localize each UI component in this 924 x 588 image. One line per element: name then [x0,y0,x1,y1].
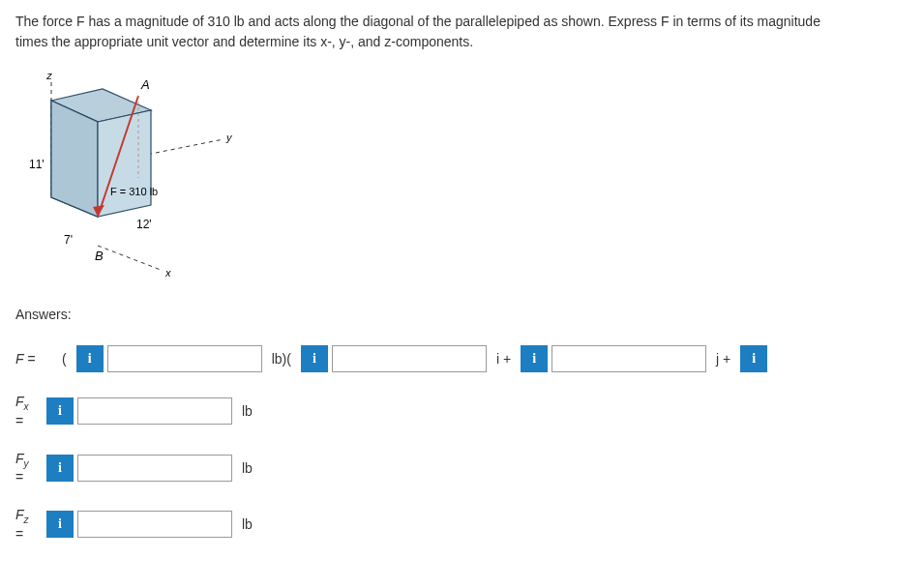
info-icon[interactable]: i [46,455,74,482]
y-axis-label: y [225,132,233,143]
info-icon[interactable]: i [521,345,548,372]
svg-marker-9 [98,110,151,217]
label-Fz: Fz = [15,507,43,543]
input-F-i[interactable] [332,345,487,372]
row-F: F = ( i lb)( i i + i j + i [15,345,909,372]
row-Fy: Fy = i lb [15,451,909,486]
input-F-j[interactable] [551,345,706,372]
height-label: 11' [29,158,45,171]
input-Fz[interactable] [77,511,232,538]
depth-label: 12' [136,218,152,231]
x-axis-label: x [164,267,171,279]
info-icon[interactable]: i [301,345,328,372]
width-label: 7' [64,233,73,247]
problem-line2: times the appropriate unit vector and de… [15,34,473,49]
i-plus: i + [491,351,517,367]
label-Fy: Fy = [15,451,43,486]
row-Fx: Fx = i lb [15,394,909,429]
input-Fy[interactable] [77,455,232,482]
info-icon[interactable]: i [740,345,767,372]
B-label: B [95,249,104,263]
info-icon[interactable]: i [76,345,104,372]
z-axis-label: z [45,72,52,81]
j-plus: j + [710,351,736,367]
answers-heading: Answers: [15,307,909,322]
unit-lb: lb [236,460,258,476]
unit-lb: lb [236,516,258,532]
lb-paren: lb)( [266,351,297,367]
info-icon[interactable]: i [46,511,74,538]
A-label: A [140,77,150,92]
diagram-svg: z y x A B 11' 7' 12' F = 310 lb [15,72,238,284]
problem-statement: The force F has a magnitude of 310 lb an… [15,12,909,52]
parallelepiped-diagram: z y x A B 11' 7' 12' F = 310 lb [15,72,909,287]
open-paren: ( [56,351,73,367]
label-F: F = [15,351,52,367]
unit-lb: lb [236,403,258,419]
label-Fx: Fx = [15,394,43,429]
svg-line-2 [98,246,161,270]
input-F-magnitude[interactable] [107,345,262,372]
problem-line1: The force F has a magnitude of 310 lb an… [15,14,820,29]
row-Fz: Fz = i lb [15,507,909,543]
input-Fx[interactable] [77,397,232,425]
info-icon[interactable]: i [46,397,74,425]
force-label: F = 310 lb [110,186,158,197]
